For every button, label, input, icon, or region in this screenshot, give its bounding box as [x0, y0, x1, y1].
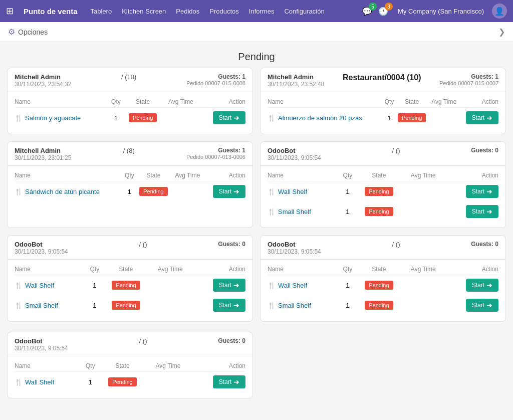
admin-name-3: OdooBot: [268, 147, 321, 154]
col-name: Name: [268, 264, 340, 275]
card-header-0: Mitchell Admin 30/11/2023, 23:54:32 / (1…: [8, 68, 252, 92]
col-qty: Qty: [123, 170, 135, 181]
card-center-6: / (): [139, 337, 147, 345]
order-card-2: Mitchell Admin 30/11/2023, 23:01:25 / (8…: [7, 141, 253, 228]
col-state: State: [98, 360, 147, 372]
item-name-2-0: 🍴Sándwich de atún picante: [15, 188, 123, 195]
item-action-0-0: Start➜: [199, 108, 245, 128]
table-row: 🍴Small Shelf 1 Pending Start➜: [268, 295, 498, 315]
order-card-4: OdooBot 30/11/2023, 9:05:54 / () Guests:…: [7, 235, 253, 322]
state-badge: Pending: [108, 377, 136, 386]
item-qty-2-0: 1: [123, 181, 135, 202]
table-6: / (): [139, 337, 147, 345]
nav-productos[interactable]: Productos: [208, 6, 240, 17]
start-button[interactable]: Start➜: [466, 299, 498, 312]
item-action-6-0: Start➜: [189, 372, 245, 392]
options-label: ⚙ Opciones: [8, 27, 48, 37]
col-qty: Qty: [340, 264, 355, 275]
col-avgtime: Avg Time: [402, 264, 444, 275]
start-button[interactable]: Start➜: [466, 111, 498, 124]
table-0: / (10): [121, 73, 136, 81]
col-state: State: [355, 170, 402, 181]
arrow-icon: ➜: [486, 301, 492, 309]
chat-badge-wrap[interactable]: 💬 5: [362, 6, 373, 17]
item-avgtime-5-1: [402, 295, 444, 315]
nav-tablero[interactable]: Tablero: [90, 6, 113, 17]
arrow-icon: ➜: [233, 301, 239, 309]
fork-icon: 🍴: [268, 302, 276, 309]
top-nav: ⊞ Punto de venta Tablero Kitchen Screen …: [0, 0, 513, 22]
col-avgtime: Avg Time: [172, 170, 204, 181]
item-state-5-0: Pending: [355, 275, 402, 296]
col-name: Name: [15, 264, 87, 275]
item-qty-5-0: 1: [340, 275, 355, 296]
item-avgtime-2-0: [172, 181, 204, 202]
order-table-2: Name Qty State Avg Time Action 🍴Sándwich…: [8, 166, 252, 207]
item-qty-5-1: 1: [340, 295, 355, 315]
nav-pedidos[interactable]: Pedidos: [175, 6, 200, 17]
item-qty-6-0: 1: [82, 372, 98, 392]
col-name: Name: [15, 96, 109, 108]
card-right-0: Guests: 1 Pedido 00007-015-0008: [186, 73, 245, 86]
card-header-5: OdooBot 30/11/2023, 9:05:54 / () Guests:…: [261, 236, 505, 260]
col-action: Action: [459, 96, 498, 108]
table-5: / (): [392, 241, 400, 248]
item-name-5-0: 🍴Wall Shelf: [268, 282, 340, 289]
nav-informes[interactable]: Informes: [248, 6, 276, 17]
item-name-5-1: 🍴Small Shelf: [268, 302, 340, 309]
card-center-2: / (8): [123, 147, 135, 154]
item-action-4-1: Start➜: [191, 295, 245, 315]
start-button[interactable]: Start➜: [213, 185, 245, 198]
item-name-4-0: 🍴Wall Shelf: [15, 282, 87, 289]
orders-grid: Mitchell Admin 30/11/2023, 23:54:32 / (1…: [0, 68, 513, 332]
card-header-6: OdooBot 30/11/2023, 9:05:54 / () Guests:…: [8, 332, 252, 356]
app-grid-icon[interactable]: ⊞: [6, 6, 14, 17]
fork-icon: 🍴: [268, 208, 276, 216]
fork-icon: 🍴: [268, 282, 276, 289]
item-qty-3-1: 1: [340, 201, 355, 222]
card-left-5: OdooBot 30/11/2023, 9:05:54: [268, 241, 321, 255]
user-avatar[interactable]: 👤: [492, 4, 507, 19]
start-button[interactable]: Start➜: [466, 205, 498, 218]
start-button[interactable]: Start➜: [213, 279, 245, 292]
nav-kitchen[interactable]: Kitchen Screen: [121, 6, 167, 17]
start-button[interactable]: Start➜: [213, 375, 245, 388]
fork-icon: 🍴: [15, 188, 23, 195]
order-id-2: Pedido 00007-013-0006: [186, 154, 245, 160]
start-button[interactable]: Start➜: [466, 185, 498, 198]
item-action-5-0: Start➜: [444, 275, 498, 296]
col-avgtime: Avg Time: [147, 360, 189, 372]
date-3: 30/11/2023, 9:05:54: [268, 154, 321, 161]
admin-name-1: Mitchell Admin: [268, 73, 324, 81]
table-row: 🍴Wall Shelf 1 Pending Start➜: [15, 372, 245, 392]
col-avgtime: Avg Time: [402, 170, 444, 181]
start-button[interactable]: Start➜: [213, 111, 245, 124]
options-chevron-icon[interactable]: ❯: [498, 27, 505, 37]
card-header-3: OdooBot 30/11/2023, 9:05:54 / () Guests:…: [261, 142, 505, 166]
fork-icon: 🍴: [15, 114, 23, 122]
admin-name-4: OdooBot: [15, 241, 68, 248]
item-name-1-0: 🍴Almuerzo de salmón 20 pzas.: [268, 114, 384, 122]
col-name: Name: [15, 360, 82, 372]
nav-configuracion[interactable]: Configuración: [283, 6, 325, 17]
clock-badge-wrap[interactable]: 🕐 3: [378, 6, 389, 17]
col-qty: Qty: [109, 96, 123, 108]
order-table-0: Name Qty State Avg Time Action 🍴Salmón y…: [8, 92, 252, 134]
item-avgtime-6-0: [147, 372, 189, 392]
item-action-1-0: Start➜: [459, 108, 498, 128]
guests-6: Guests: 0: [218, 337, 245, 344]
arrow-icon: ➜: [233, 281, 239, 289]
item-state-6-0: Pending: [98, 372, 147, 392]
card-right-5: Guests: 0: [471, 241, 498, 248]
guests-5: Guests: 0: [471, 241, 498, 248]
start-button[interactable]: Start➜: [466, 279, 498, 292]
item-state-1-0: Pending: [395, 108, 429, 128]
options-gear-icon: ⚙: [8, 27, 15, 37]
options-bar: ⚙ Opciones ❯: [0, 22, 513, 42]
item-action-4-0: Start➜: [191, 275, 245, 296]
start-button[interactable]: Start➜: [213, 299, 245, 312]
col-action: Action: [199, 96, 245, 108]
item-qty-4-1: 1: [87, 295, 102, 315]
fork-icon: 🍴: [15, 282, 23, 289]
table-row: 🍴Small Shelf 1 Pending Start➜: [15, 295, 245, 315]
